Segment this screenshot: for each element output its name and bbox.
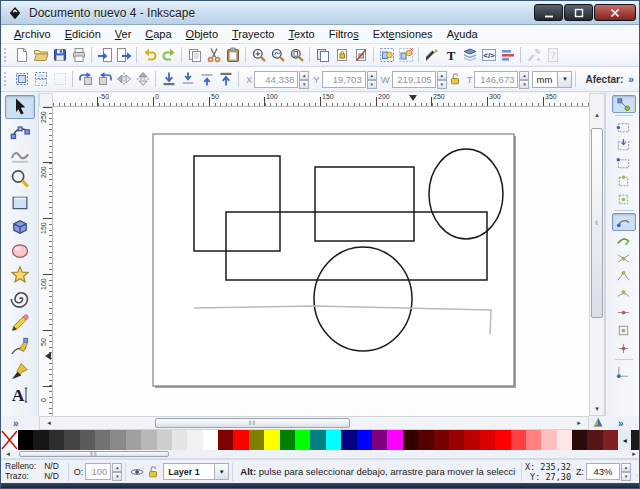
swatch-16[interactable] [264, 430, 279, 450]
tool-zoom-button[interactable] [5, 167, 35, 191]
spin-down-icon[interactable]: ▾ [367, 80, 377, 89]
tool-spiral-button[interactable] [5, 287, 35, 311]
zoom-spinbox[interactable]: 43% ▴▾ [586, 463, 631, 480]
snapbar-overflow-chevron[interactable]: » [618, 418, 624, 429]
snap-bbox-edges-button[interactable] [612, 136, 636, 154]
snap-line-midpoints-button[interactable] [612, 303, 636, 321]
layer-dropdown-icon[interactable]: ▼ [215, 463, 229, 480]
swatch-5[interactable] [95, 430, 110, 450]
swatch-none[interactable] [1, 430, 18, 450]
tool-star-button[interactable] [5, 263, 35, 287]
spin-up-icon[interactable]: ▴ [299, 71, 309, 80]
swatch-14[interactable] [233, 430, 248, 450]
swatch-30[interactable] [480, 430, 495, 450]
copy-button[interactable] [185, 46, 204, 65]
unlink-clone-button[interactable] [351, 46, 370, 65]
menu-texto[interactable]: Texto [281, 26, 321, 42]
spin-down-icon[interactable]: ▾ [299, 80, 309, 89]
swatch-8[interactable] [141, 430, 156, 450]
swatch-25[interactable] [403, 430, 418, 450]
toolbar-grip[interactable] [4, 48, 7, 62]
tool-node-editor-button[interactable] [5, 119, 35, 143]
duplicate-button[interactable] [313, 46, 332, 65]
swatch-9[interactable] [157, 430, 172, 450]
menu-ayuda[interactable]: Ayuda [440, 26, 485, 42]
swatch-11[interactable] [187, 430, 202, 450]
spin-up-icon[interactable]: ▴ [519, 71, 529, 80]
menu-archivo[interactable]: Archivo [7, 26, 58, 42]
snap-page-border-button[interactable] [612, 362, 636, 380]
swatch-4[interactable] [80, 430, 95, 450]
swatch-12[interactable] [203, 430, 218, 450]
document-properties-button[interactable]: ? [543, 46, 562, 65]
lower-button[interactable] [178, 70, 197, 89]
swatch-35[interactable] [557, 430, 572, 450]
swatch-38[interactable] [603, 430, 618, 450]
swatch-33[interactable] [526, 430, 541, 450]
layers-dialog-button[interactable] [460, 46, 479, 65]
snap-bbox-edge-midpoints-button[interactable] [612, 172, 636, 190]
layer-visibility-icon[interactable] [129, 464, 145, 480]
raise-to-top-button[interactable] [216, 70, 235, 89]
snap-bbox-corners-button[interactable] [612, 154, 636, 172]
zoom-value[interactable]: 43% [586, 463, 620, 480]
zoom-to-selection-button[interactable] [249, 46, 268, 65]
resize-grip[interactable] [631, 460, 640, 483]
horizontal-ruler[interactable]: -50050100150200250300350 [53, 93, 589, 107]
field-w-spinbox[interactable]: 219,105▴▾ [392, 71, 447, 88]
spin-buttons[interactable]: ▴▾ [367, 71, 377, 88]
menu-filtros[interactable]: Filtros [322, 26, 366, 42]
close-button[interactable] [594, 4, 636, 21]
swatch-27[interactable] [434, 430, 449, 450]
swatch-26[interactable] [418, 430, 433, 450]
field-t-spinbox[interactable]: 146,673▴▾ [474, 71, 529, 88]
canvas[interactable] [53, 107, 589, 416]
swatch-10[interactable] [172, 430, 187, 450]
swatch-36[interactable] [572, 430, 587, 450]
unit-value[interactable]: mm [532, 71, 558, 88]
fill-and-stroke-dialog-button[interactable] [422, 46, 441, 65]
tool-rectangle-button[interactable] [5, 191, 35, 215]
spin-up-icon[interactable]: ▴ [367, 71, 377, 80]
lock-dimensions-icon[interactable] [447, 71, 463, 87]
tool-selector-button[interactable] [5, 95, 35, 119]
menu-capa[interactable]: Capa [138, 26, 178, 42]
field-y-value[interactable]: 19,703 [322, 71, 366, 88]
paste-button[interactable] [223, 46, 242, 65]
swatch-13[interactable] [218, 430, 233, 450]
tool-ellipse-button[interactable] [5, 239, 35, 263]
swatch-19[interactable] [310, 430, 325, 450]
current-layer[interactable]: Layer 1 [163, 463, 215, 480]
horizontal-scroll-thumb[interactable]: ⦀⦀ [155, 418, 350, 428]
menu-objeto[interactable]: Objeto [179, 26, 225, 42]
raise-button[interactable] [197, 70, 216, 89]
select-all-in-all-layers-button[interactable] [31, 70, 50, 89]
menu-edición[interactable]: Edición [58, 26, 108, 42]
rotate-90-cw-button[interactable] [95, 70, 114, 89]
lower-to-bottom-button[interactable] [159, 70, 178, 89]
swatch-1[interactable] [33, 430, 48, 450]
tool-pencil-button[interactable] [5, 311, 35, 335]
swatch-20[interactable] [326, 430, 341, 450]
rotate-90-ccw-button[interactable] [76, 70, 95, 89]
swatch-31[interactable] [495, 430, 510, 450]
canvas-viewport[interactable] [53, 107, 589, 416]
swatch-2[interactable] [49, 430, 64, 450]
scroll-up-icon[interactable]: ▴ [590, 109, 604, 121]
swatch-15[interactable] [249, 430, 264, 450]
page[interactable] [153, 134, 514, 386]
swatch-22[interactable] [357, 430, 372, 450]
flip-vertical-button[interactable] [133, 70, 152, 89]
toolbox-overflow-chevron[interactable]: » [13, 418, 19, 429]
field-t-value[interactable]: 146,673 [474, 71, 518, 88]
swatch-0[interactable] [18, 430, 33, 450]
maximize-button[interactable] [564, 4, 593, 21]
spin-buttons[interactable]: ▴▾ [112, 463, 122, 480]
field-w-value[interactable]: 219,105 [392, 71, 436, 88]
select-all-button[interactable] [12, 70, 31, 89]
spin-buttons[interactable]: ▴▾ [519, 71, 529, 88]
field-x-value[interactable]: 44,338 [254, 71, 298, 88]
vertical-scrollbar[interactable]: ▴ ⦀ ▾ [589, 93, 605, 416]
swatch-29[interactable] [464, 430, 479, 450]
snap-object-centers-button[interactable] [612, 321, 636, 339]
